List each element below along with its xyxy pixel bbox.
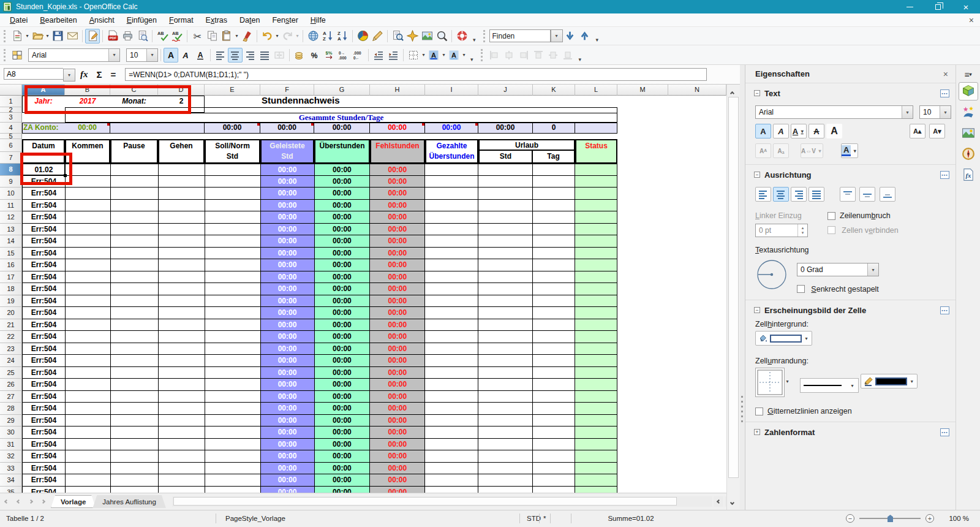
cell-D27[interactable] <box>159 391 205 403</box>
sidebar-tab-styles[interactable] <box>959 103 978 121</box>
cell-I12[interactable] <box>425 211 478 224</box>
cell-D12[interactable] <box>159 211 205 224</box>
cell-H10[interactable]: 00:00 <box>370 188 425 200</box>
cell-J22[interactable] <box>478 331 533 343</box>
cell[interactable]: 00:00 <box>425 123 478 134</box>
cell-I22[interactable] <box>425 331 478 343</box>
cell-G13[interactable]: 00:00 <box>315 224 371 236</box>
cell-A34[interactable]: Err:504 <box>23 474 66 487</box>
cell-A35[interactable]: Err:504 <box>23 487 66 493</box>
cell-G28[interactable]: 00:00 <box>315 403 371 415</box>
cell-A31[interactable]: Err:504 <box>23 439 66 451</box>
table-header[interactable]: Soll/Norm Std <box>205 139 260 164</box>
cell-J17[interactable] <box>478 271 533 284</box>
collapse-icon[interactable]: − <box>754 172 760 178</box>
first-sheet-button[interactable] <box>0 496 12 508</box>
cell[interactable]: 00:00 <box>370 123 425 134</box>
sheet-title[interactable]: Stundennachweis <box>262 96 421 107</box>
chevron-down-icon[interactable]: ▾ <box>146 49 157 61</box>
sidebar-align-right-button[interactable] <box>791 187 807 202</box>
cell-I9[interactable] <box>425 176 478 188</box>
spellcheck-button[interactable]: AB <box>155 29 170 44</box>
row-header-35[interactable]: 35 <box>0 487 22 493</box>
save-button[interactable] <box>50 29 65 44</box>
cell-K11[interactable] <box>533 200 575 212</box>
cell-D21[interactable] <box>159 319 205 332</box>
sidebar-tab-gallery[interactable] <box>959 124 978 142</box>
row-header-27[interactable]: 27 <box>0 391 22 403</box>
find-replace-button[interactable] <box>390 29 405 44</box>
menu-bearbeiten[interactable]: Bearbeiten <box>34 13 83 27</box>
cell-E32[interactable] <box>205 450 261 463</box>
cell-I30[interactable] <box>425 427 478 439</box>
document-close-icon[interactable]: × <box>969 15 974 25</box>
zoom-in-icon[interactable]: + <box>925 514 934 523</box>
cell-C30[interactable] <box>111 427 159 439</box>
sidebar-underline-button[interactable]: A▾ <box>791 124 807 138</box>
cell-L16[interactable] <box>575 259 617 271</box>
cell-G17[interactable]: 00:00 <box>315 271 371 284</box>
cell-B16[interactable] <box>66 259 111 271</box>
cell-B14[interactable] <box>66 235 111 248</box>
obj-align-left-button[interactable] <box>487 48 502 63</box>
cell-F27[interactable]: 00:00 <box>261 391 315 403</box>
selection-sum[interactable]: Summe=01.02 <box>570 515 692 522</box>
cell-K12[interactable] <box>533 211 575 224</box>
cell-E23[interactable] <box>205 343 261 355</box>
cell-F21[interactable]: 00:00 <box>261 319 315 332</box>
cell-I28[interactable] <box>425 403 478 415</box>
delete-decimal-button[interactable]: .0000← <box>351 48 366 63</box>
cell-B32[interactable] <box>66 450 111 463</box>
cell-F16[interactable]: 00:00 <box>261 259 315 271</box>
cell-B18[interactable] <box>66 283 111 295</box>
cell-K19[interactable] <box>533 295 575 308</box>
cell-A28[interactable]: Err:504 <box>23 403 66 415</box>
cell-E28[interactable] <box>205 403 261 415</box>
cell-A19[interactable]: Err:504 <box>23 295 66 308</box>
obj-align-top-button[interactable] <box>531 48 546 63</box>
cell-B13[interactable] <box>66 224 111 236</box>
menu-fenster[interactable]: Fenster <box>266 13 304 27</box>
cell-E10[interactable] <box>205 188 261 200</box>
cell-C34[interactable] <box>111 474 159 487</box>
chevron-down-icon[interactable]: ▾ <box>902 106 913 118</box>
cell-B27[interactable] <box>66 391 111 403</box>
cell-E33[interactable] <box>205 463 261 475</box>
open-button[interactable] <box>30 29 45 44</box>
cell-H22[interactable]: 00:00 <box>370 331 425 343</box>
cell-L12[interactable] <box>575 211 617 224</box>
cell-L28[interactable] <box>575 403 617 415</box>
cell-B33[interactable] <box>66 463 111 475</box>
row-header-19[interactable]: 19 <box>0 295 22 308</box>
menu-ansicht[interactable]: Ansicht <box>83 13 121 27</box>
cell-D17[interactable] <box>159 271 205 284</box>
cell-L31[interactable] <box>575 439 617 451</box>
cell-I32[interactable] <box>425 450 478 463</box>
format-paintbrush-button[interactable] <box>239 29 254 44</box>
cell-H25[interactable]: 00:00 <box>370 367 425 379</box>
cell-I18[interactable] <box>425 283 478 295</box>
cell-L27[interactable] <box>575 391 617 403</box>
navigator-button[interactable] <box>405 29 420 44</box>
cell-C24[interactable] <box>111 355 159 367</box>
cell-J10[interactable] <box>478 188 533 200</box>
cell-G26[interactable]: 00:00 <box>315 379 371 391</box>
row-header-30[interactable]: 30 <box>0 427 22 439</box>
cell-I24[interactable] <box>425 355 478 367</box>
cell-H28[interactable]: 00:00 <box>370 403 425 415</box>
cell-D30[interactable] <box>159 427 205 439</box>
cell-E8[interactable] <box>205 164 261 176</box>
cell-J33[interactable] <box>478 463 533 475</box>
draw-functions-button[interactable] <box>370 29 385 44</box>
row-header-22[interactable]: 22 <box>0 331 22 343</box>
cell-C33[interactable] <box>111 463 159 475</box>
auto-spellcheck-button[interactable]: AB <box>170 29 184 44</box>
cell-G18[interactable]: 00:00 <box>315 283 371 295</box>
cell-D28[interactable] <box>159 403 205 415</box>
table-header[interactable]: Status <box>575 139 617 164</box>
paste-dropdown-icon[interactable]: ▾ <box>234 33 239 39</box>
cell-G11[interactable]: 00:00 <box>315 200 371 212</box>
sidebar-menu-icon[interactable]: ≡▾ <box>956 70 980 80</box>
cell-J21[interactable] <box>478 319 533 332</box>
obj-align-bottom-button[interactable] <box>560 48 575 63</box>
